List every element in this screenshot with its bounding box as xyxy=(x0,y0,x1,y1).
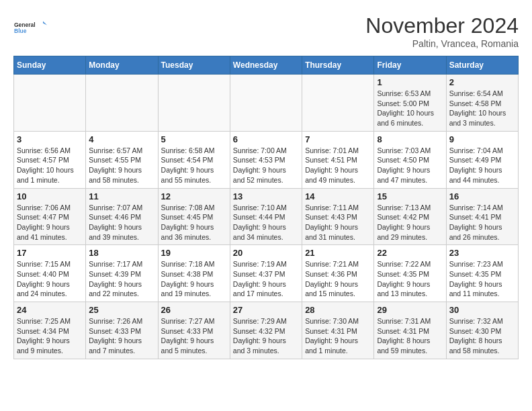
calendar-header: SundayMondayTuesdayWednesdayThursdayFrid… xyxy=(14,56,519,75)
day-info: Sunrise: 6:53 AM Sunset: 5:00 PM Dayligh… xyxy=(377,89,443,128)
day-info: Sunrise: 7:14 AM Sunset: 4:41 PM Dayligh… xyxy=(449,203,515,242)
day-info: Sunrise: 6:56 AM Sunset: 4:57 PM Dayligh… xyxy=(17,146,83,185)
day-number: 14 xyxy=(305,191,371,201)
calendar-cell: 27Sunrise: 7:29 AM Sunset: 4:32 PM Dayli… xyxy=(230,302,302,359)
day-info: Sunrise: 6:54 AM Sunset: 4:58 PM Dayligh… xyxy=(449,89,515,128)
day-number: 9 xyxy=(449,134,515,144)
calendar-cell: 30Sunrise: 7:32 AM Sunset: 4:30 PM Dayli… xyxy=(446,302,518,359)
calendar-cell: 3Sunrise: 6:56 AM Sunset: 4:57 PM Daylig… xyxy=(14,131,86,188)
calendar-cell: 9Sunrise: 7:04 AM Sunset: 4:49 PM Daylig… xyxy=(446,131,518,188)
weekday-header-tuesday: Tuesday xyxy=(158,56,230,75)
weekday-header-friday: Friday xyxy=(374,56,446,75)
calendar-cell: 29Sunrise: 7:31 AM Sunset: 4:31 PM Dayli… xyxy=(374,302,446,359)
calendar-cell xyxy=(302,75,374,132)
svg-marker-2 xyxy=(43,21,47,26)
day-info: Sunrise: 7:07 AM Sunset: 4:46 PM Dayligh… xyxy=(89,203,154,242)
day-info: Sunrise: 7:31 AM Sunset: 4:31 PM Dayligh… xyxy=(377,316,443,356)
day-info: Sunrise: 7:15 AM Sunset: 4:40 PM Dayligh… xyxy=(17,259,83,299)
day-number: 1 xyxy=(377,77,443,87)
day-info: Sunrise: 7:00 AM Sunset: 4:53 PM Dayligh… xyxy=(233,146,299,185)
day-info: Sunrise: 7:29 AM Sunset: 4:32 PM Dayligh… xyxy=(233,316,299,356)
calendar-cell: 14Sunrise: 7:11 AM Sunset: 4:43 PM Dayli… xyxy=(302,188,374,245)
calendar-cell: 23Sunrise: 7:23 AM Sunset: 4:35 PM Dayli… xyxy=(446,245,518,302)
day-info: Sunrise: 7:23 AM Sunset: 4:35 PM Dayligh… xyxy=(449,259,515,299)
day-number: 20 xyxy=(233,248,299,258)
title-block: November 2024 Paltin, Vrancea, Romania xyxy=(365,13,519,49)
location: Paltin, Vrancea, Romania xyxy=(365,38,519,49)
svg-text:Blue: Blue xyxy=(14,28,27,34)
calendar-cell: 11Sunrise: 7:07 AM Sunset: 4:46 PM Dayli… xyxy=(86,188,158,245)
weekday-header-wednesday: Wednesday xyxy=(230,56,302,75)
weekday-header-monday: Monday xyxy=(86,56,158,75)
day-info: Sunrise: 7:11 AM Sunset: 4:43 PM Dayligh… xyxy=(305,203,371,242)
day-number: 16 xyxy=(449,191,515,201)
day-number: 30 xyxy=(449,305,515,315)
day-number: 8 xyxy=(377,134,443,144)
calendar-cell xyxy=(158,75,230,132)
day-info: Sunrise: 7:18 AM Sunset: 4:38 PM Dayligh… xyxy=(161,259,227,299)
day-info: Sunrise: 7:06 AM Sunset: 4:47 PM Dayligh… xyxy=(17,203,83,242)
day-number: 10 xyxy=(17,191,83,201)
day-info: Sunrise: 7:04 AM Sunset: 4:49 PM Dayligh… xyxy=(449,146,515,185)
calendar-cell: 2Sunrise: 6:54 AM Sunset: 4:58 PM Daylig… xyxy=(446,75,518,132)
calendar-cell: 13Sunrise: 7:10 AM Sunset: 4:44 PM Dayli… xyxy=(230,188,302,245)
calendar-cell: 1Sunrise: 6:53 AM Sunset: 5:00 PM Daylig… xyxy=(374,75,446,132)
calendar-cell: 16Sunrise: 7:14 AM Sunset: 4:41 PM Dayli… xyxy=(446,188,518,245)
day-info: Sunrise: 6:57 AM Sunset: 4:55 PM Dayligh… xyxy=(89,146,154,185)
day-number: 6 xyxy=(233,134,299,144)
day-info: Sunrise: 7:27 AM Sunset: 4:33 PM Dayligh… xyxy=(161,316,227,356)
calendar-cell: 10Sunrise: 7:06 AM Sunset: 4:47 PM Dayli… xyxy=(14,188,86,245)
day-number: 4 xyxy=(89,134,154,144)
day-number: 22 xyxy=(377,248,443,258)
calendar-cell: 17Sunrise: 7:15 AM Sunset: 4:40 PM Dayli… xyxy=(14,245,86,302)
day-number: 17 xyxy=(17,248,83,258)
day-number: 12 xyxy=(161,191,227,201)
day-info: Sunrise: 7:26 AM Sunset: 4:33 PM Dayligh… xyxy=(89,316,154,356)
day-number: 21 xyxy=(305,248,371,258)
weekday-header-saturday: Saturday xyxy=(446,56,518,75)
day-number: 26 xyxy=(161,305,227,315)
month-title: November 2024 xyxy=(365,13,519,38)
day-info: Sunrise: 7:30 AM Sunset: 4:31 PM Dayligh… xyxy=(305,316,371,356)
calendar-table: SundayMondayTuesdayWednesdayThursdayFrid… xyxy=(13,56,519,359)
day-number: 18 xyxy=(89,248,154,258)
calendar-cell: 28Sunrise: 7:30 AM Sunset: 4:31 PM Dayli… xyxy=(302,302,374,359)
day-number: 5 xyxy=(161,134,227,144)
logo: General Blue xyxy=(13,13,47,42)
weekday-header-thursday: Thursday xyxy=(302,56,374,75)
day-info: Sunrise: 7:32 AM Sunset: 4:30 PM Dayligh… xyxy=(449,316,515,356)
day-info: Sunrise: 7:21 AM Sunset: 4:36 PM Dayligh… xyxy=(305,259,371,299)
calendar-cell: 21Sunrise: 7:21 AM Sunset: 4:36 PM Dayli… xyxy=(302,245,374,302)
logo-svg: General Blue xyxy=(13,13,47,42)
day-info: Sunrise: 7:17 AM Sunset: 4:39 PM Dayligh… xyxy=(89,259,154,299)
day-number: 7 xyxy=(305,134,371,144)
calendar-cell xyxy=(230,75,302,132)
calendar-cell: 7Sunrise: 7:01 AM Sunset: 4:51 PM Daylig… xyxy=(302,131,374,188)
day-info: Sunrise: 6:58 AM Sunset: 4:54 PM Dayligh… xyxy=(161,146,227,185)
calendar-cell: 15Sunrise: 7:13 AM Sunset: 4:42 PM Dayli… xyxy=(374,188,446,245)
day-number: 25 xyxy=(89,305,154,315)
day-number: 3 xyxy=(17,134,83,144)
day-number: 29 xyxy=(377,305,443,315)
day-number: 15 xyxy=(377,191,443,201)
day-number: 19 xyxy=(161,248,227,258)
page-header: General Blue November 2024 Paltin, Vranc… xyxy=(13,13,519,49)
weekday-header-sunday: Sunday xyxy=(14,56,86,75)
calendar-cell: 4Sunrise: 6:57 AM Sunset: 4:55 PM Daylig… xyxy=(86,131,158,188)
day-info: Sunrise: 7:22 AM Sunset: 4:35 PM Dayligh… xyxy=(377,259,443,299)
calendar-cell: 8Sunrise: 7:03 AM Sunset: 4:50 PM Daylig… xyxy=(374,131,446,188)
day-info: Sunrise: 7:08 AM Sunset: 4:45 PM Dayligh… xyxy=(161,203,227,242)
day-info: Sunrise: 7:03 AM Sunset: 4:50 PM Dayligh… xyxy=(377,146,443,185)
day-info: Sunrise: 7:19 AM Sunset: 4:37 PM Dayligh… xyxy=(233,259,299,299)
day-number: 2 xyxy=(449,77,515,87)
calendar-cell: 26Sunrise: 7:27 AM Sunset: 4:33 PM Dayli… xyxy=(158,302,230,359)
day-number: 28 xyxy=(305,305,371,315)
day-info: Sunrise: 7:01 AM Sunset: 4:51 PM Dayligh… xyxy=(305,146,371,185)
calendar-cell: 19Sunrise: 7:18 AM Sunset: 4:38 PM Dayli… xyxy=(158,245,230,302)
day-number: 24 xyxy=(17,305,83,315)
day-number: 13 xyxy=(233,191,299,201)
svg-text:General: General xyxy=(14,21,36,28)
calendar-cell: 18Sunrise: 7:17 AM Sunset: 4:39 PM Dayli… xyxy=(86,245,158,302)
day-info: Sunrise: 7:25 AM Sunset: 4:34 PM Dayligh… xyxy=(17,316,83,356)
calendar-cell: 20Sunrise: 7:19 AM Sunset: 4:37 PM Dayli… xyxy=(230,245,302,302)
